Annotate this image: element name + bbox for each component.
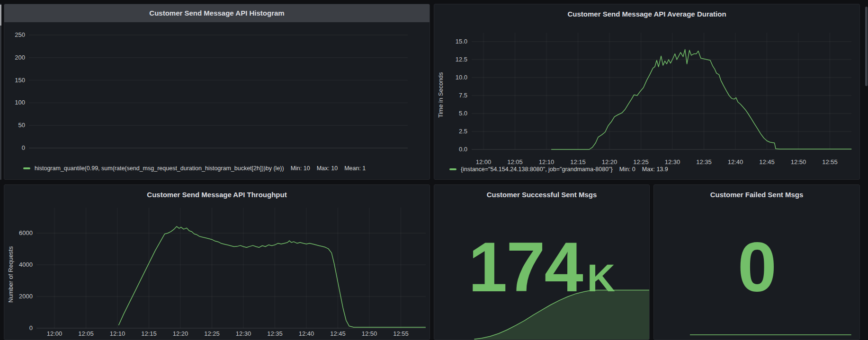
throughput-chart[interactable]: [4, 185, 430, 340]
y-tick-label: 0: [4, 145, 25, 151]
scrollbar-thumb[interactable]: [865, 7, 868, 86]
x-tick-label: 12:10: [105, 330, 130, 337]
legend-histogram: histogram_quantile(0.99, sum(rate(send_m…: [23, 165, 429, 172]
legend-query[interactable]: histogram_quantile(0.99, sum(rate(send_m…: [35, 165, 284, 172]
stat-number: 0: [738, 228, 776, 306]
failed-sent-value: 0: [654, 232, 859, 302]
successful-sent-value: 174K: [434, 232, 649, 302]
stat-number: 174: [468, 228, 582, 306]
x-tick-label: 12:45: [326, 330, 350, 337]
x-tick-label: 12:25: [629, 158, 653, 166]
side-menu-edge-highlight: [0, 5, 1, 26]
y-tick-label: 4000: [10, 262, 33, 268]
x-tick-label: 12:00: [42, 330, 67, 337]
y-tick-label: 100: [4, 99, 25, 106]
x-tick-label: 12:20: [168, 330, 193, 337]
y-tick-label: 5.0: [445, 110, 467, 117]
y-tick-label: 10.0: [445, 74, 467, 81]
y-tick-label: 150: [4, 77, 25, 84]
panel-title-avg-duration[interactable]: Customer Send Message API Average Durati…: [434, 10, 859, 18]
y-tick-label: 2000: [10, 293, 33, 300]
histogram-chart[interactable]: [4, 4, 430, 179]
x-tick-label: 12:10: [534, 158, 559, 166]
panel-title-failed-sent[interactable]: Customer Failed Sent Msgs: [654, 191, 859, 199]
x-tick-label: 12:35: [692, 158, 716, 166]
x-tick-label: 12:50: [357, 330, 382, 337]
y-tick-label: 200: [4, 54, 25, 61]
legend-swatch-icon: [449, 168, 456, 170]
y-tick-label: 15.0: [445, 38, 467, 45]
x-tick-label: 12:40: [294, 330, 319, 337]
x-tick-label: 12:00: [471, 158, 496, 166]
x-tick-label: 12:20: [597, 158, 622, 166]
panel-title-successful-sent[interactable]: Customer Successful Sent Msgs: [434, 191, 649, 199]
y-tick-label: 0: [10, 325, 33, 331]
x-tick-label: 12:05: [74, 330, 98, 337]
x-tick-label: 12:05: [503, 158, 528, 166]
legend-mean: Mean: 1: [344, 165, 366, 172]
legend-max: Max: 13.9: [642, 166, 668, 173]
x-tick-label: 12:30: [660, 158, 685, 166]
panel-successful-sent: Customer Successful Sent Msgs 174K: [434, 184, 650, 340]
y-tick-label: 250: [4, 32, 25, 38]
x-tick-label: 12:40: [723, 158, 748, 166]
x-tick-label: 12:15: [566, 158, 591, 166]
panel-throughput: Customer Send Message API Throughput Num…: [4, 184, 430, 340]
y-tick-label: 0.0: [445, 146, 467, 153]
y-tick-label: 50: [4, 122, 25, 129]
x-tick-label: 12:25: [200, 330, 224, 337]
stat-suffix: K: [587, 256, 615, 299]
legend-min: Min: 0: [619, 166, 635, 173]
x-tick-label: 12:35: [263, 330, 287, 337]
panel-title-histogram[interactable]: Customer Send Message API Histogram: [4, 4, 430, 22]
avg-duration-chart[interactable]: [434, 4, 859, 179]
panel-histogram: Customer Send Message API Histogram hist…: [4, 4, 430, 180]
panel-title-throughput[interactable]: Customer Send Message API Throughput: [4, 191, 430, 199]
x-tick-label: 12:55: [389, 330, 413, 337]
legend-min: Min: 10: [291, 165, 310, 172]
panel-failed-sent: Customer Failed Sent Msgs 0: [653, 184, 860, 340]
legend-max: Max: 10: [317, 165, 338, 172]
x-tick-label: 12:50: [786, 158, 811, 166]
x-tick-label: 12:55: [818, 158, 842, 166]
y-axis-label: Time in Seconds: [437, 72, 444, 118]
grafana-dashboard: Customer Send Message API Histogram hist…: [0, 0, 868, 340]
x-tick-label: 12:15: [137, 330, 161, 337]
panel-avg-duration: Customer Send Message API Average Durati…: [434, 4, 860, 180]
side-menu-edge: [0, 4, 1, 180]
y-tick-label: 7.5: [445, 92, 467, 99]
legend-avg-duration: {instance="54.154.24.138:8080", job="gra…: [449, 166, 668, 173]
legend-swatch-icon: [23, 167, 30, 169]
y-tick-label: 6000: [10, 230, 33, 236]
x-tick-label: 12:45: [755, 158, 779, 166]
legend-series[interactable]: {instance="54.154.24.138:8080", job="gra…: [461, 166, 613, 173]
y-tick-label: 2.5: [445, 128, 467, 135]
y-tick-label: 12.5: [445, 56, 467, 63]
x-tick-label: 12:30: [231, 330, 256, 337]
